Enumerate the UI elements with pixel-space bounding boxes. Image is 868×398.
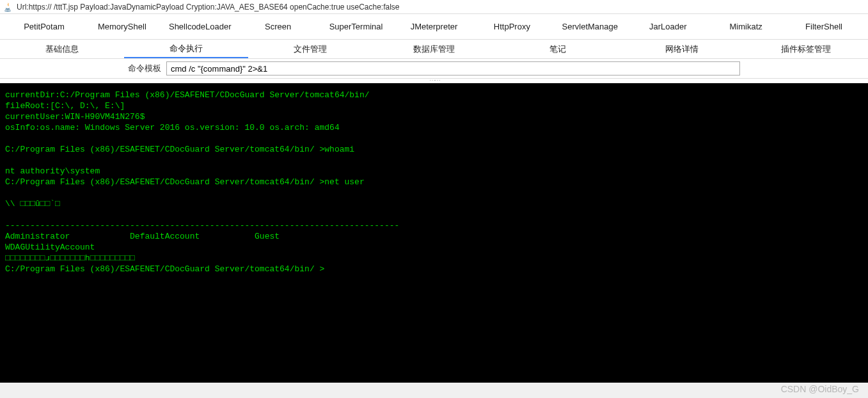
sub-tab-1[interactable]: 命令执行 <box>124 40 248 58</box>
window-title: Url:https:// /tttT.jsp Payload:JavaDynam… <box>17 3 400 12</box>
plugin-tab-screen[interactable]: Screen <box>239 14 317 39</box>
drag-handle[interactable] <box>0 78 868 83</box>
plugin-tab-httpproxy[interactable]: HttpProxy <box>473 14 551 39</box>
sub-tab-2[interactable]: 文件管理 <box>248 40 372 58</box>
sub-tab-4[interactable]: 笔记 <box>496 40 620 58</box>
command-template-row: 命令模板 <box>0 59 868 78</box>
sub-tabs: 基础信息命令执行文件管理数据库管理笔记网络详情插件标签管理 <box>0 40 868 59</box>
plugin-tab-petitpotam[interactable]: PetitPotam <box>5 14 83 39</box>
command-template-label: 命令模板 <box>128 63 161 74</box>
plugin-tab-jarloader[interactable]: JarLoader <box>629 14 707 39</box>
watermark: CSDN @OidBoy_G <box>781 384 859 394</box>
sub-tab-0[interactable]: 基础信息 <box>0 40 124 58</box>
plugin-tabs: PetitPotamMemoryShellShellcodeLoaderScre… <box>0 14 868 40</box>
plugin-tab-memoryshell[interactable]: MemoryShell <box>83 14 161 39</box>
plugin-tab-filtershell[interactable]: FilterShell <box>785 14 863 39</box>
plugin-tab-superterminal[interactable]: SuperTerminal <box>317 14 395 39</box>
plugin-tab-jmeterpreter[interactable]: JMeterpreter <box>395 14 473 39</box>
sub-tab-5[interactable]: 网络详情 <box>620 40 744 58</box>
title-bar: Url:https:// /tttT.jsp Payload:JavaDynam… <box>0 0 868 14</box>
sub-tab-6[interactable]: 插件标签管理 <box>744 40 868 58</box>
plugin-tab-mimikatz[interactable]: Mimikatz <box>707 14 785 39</box>
plugin-tab-servletmanage[interactable]: ServletManage <box>551 14 629 39</box>
java-icon <box>3 2 13 12</box>
terminal-output[interactable]: currentDir:C:/Program Files (x86)/ESAFEN… <box>0 83 868 383</box>
plugin-tab-shellcodeloader[interactable]: ShellcodeLoader <box>161 14 239 39</box>
sub-tab-3[interactable]: 数据库管理 <box>372 40 496 58</box>
command-template-input[interactable] <box>166 61 740 76</box>
